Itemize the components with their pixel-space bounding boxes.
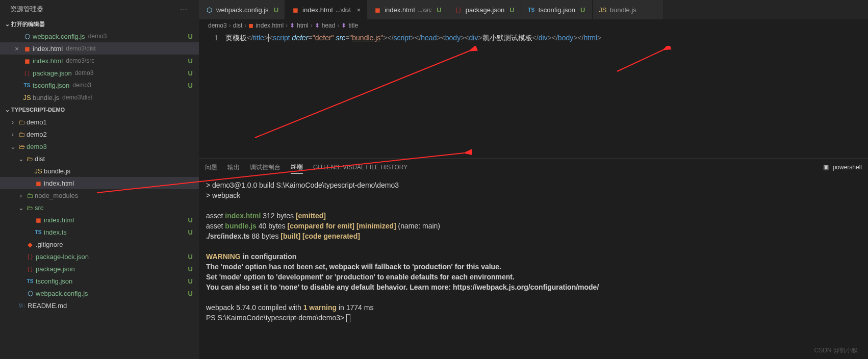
terminal-tab[interactable]: 问题 bbox=[205, 161, 217, 174]
folder-icon: 🗁 bbox=[16, 143, 27, 150]
chevron-right-icon: › bbox=[337, 22, 339, 29]
chevron-down-icon: ⌄ bbox=[3, 21, 11, 28]
file-name: README.md bbox=[28, 302, 67, 310]
open-editor-item[interactable]: ×◼index.htmldemo3\dist bbox=[0, 42, 199, 55]
terminal-tab[interactable]: GITLENS: VISUAL FILE HISTORY bbox=[313, 162, 407, 173]
file-row[interactable]: { }package.jsonU bbox=[0, 263, 199, 275]
folder-icon: 🗀 bbox=[16, 131, 27, 138]
folder-row[interactable]: ⌄🗁dist bbox=[0, 152, 199, 165]
folder-icon: 🗀 bbox=[16, 118, 27, 126]
tab-name: tsconfig.json bbox=[539, 6, 575, 14]
file-name: index.ts bbox=[44, 228, 67, 236]
project-label: TYPESCRIPT-DEMO bbox=[11, 107, 65, 113]
file-row[interactable]: TSindex.tsU bbox=[0, 226, 199, 238]
sidebar-title: 资源管理器 bbox=[10, 5, 43, 14]
editor-tab[interactable]: ◼index.html...\srcU bbox=[367, 0, 448, 19]
file-name: webpack.config.js bbox=[36, 290, 88, 297]
terminal-tab[interactable]: 输出 bbox=[227, 161, 240, 174]
folder-row[interactable]: ⌄🗁demo3 bbox=[0, 140, 199, 152]
file-path: demo3\src bbox=[66, 57, 94, 64]
open-editor-item[interactable]: { }package.jsondemo3U bbox=[0, 67, 199, 79]
open-editor-item[interactable]: TStsconfig.jsondemo3U bbox=[0, 79, 199, 91]
chevron-right-icon: › bbox=[9, 131, 16, 138]
folder-name: demo1 bbox=[27, 118, 47, 126]
folder-icon: 🗁 bbox=[24, 204, 35, 212]
chevron-down-icon: ⌄ bbox=[9, 143, 16, 150]
file-row[interactable]: ⬡webpack.config.jsU bbox=[0, 287, 199, 299]
editor-tab[interactable]: ⬡webpack.config.jsU bbox=[199, 0, 285, 19]
main-area: ⬡webpack.config.jsU◼index.html...\dist×◼… bbox=[199, 0, 868, 359]
close-icon[interactable]: × bbox=[357, 6, 361, 14]
breadcrumb[interactable]: demo3 › dist ›◼ index.html ›⬍ html ›⬍ he… bbox=[199, 19, 868, 32]
open-editor-item[interactable]: ◼index.htmldemo3\srcU bbox=[0, 55, 199, 67]
more-icon[interactable]: ··· bbox=[180, 5, 189, 13]
file-icon: { } bbox=[24, 266, 36, 272]
file-row[interactable]: ◼index.htmlU bbox=[0, 214, 199, 226]
file-icon: ◼ bbox=[21, 57, 33, 65]
file-row[interactable]: M↓README.md bbox=[0, 299, 199, 312]
cube-icon: ⬍ bbox=[290, 22, 295, 29]
file-name: index.html bbox=[44, 179, 74, 187]
chevron-right-icon: › bbox=[244, 22, 246, 29]
project-header[interactable]: ⌄ TYPESCRIPT-DEMO bbox=[0, 104, 199, 116]
breadcrumb-item[interactable]: index.html bbox=[256, 22, 284, 29]
sidebar: 资源管理器 ··· ⌄ 打开的编辑器 ⬡webpack.config.jsdem… bbox=[0, 0, 199, 359]
git-status: U bbox=[188, 228, 193, 236]
close-icon[interactable]: × bbox=[12, 45, 21, 53]
folder-icon: 🗁 bbox=[24, 155, 35, 163]
file-icon: ◼ bbox=[33, 179, 44, 187]
breadcrumb-item[interactable]: html bbox=[297, 22, 309, 29]
chevron-down-icon: ⌄ bbox=[17, 204, 24, 212]
chevron-right-icon: › bbox=[17, 192, 24, 199]
file-name: index.html bbox=[33, 45, 63, 53]
terminal-tabs: 问题输出调试控制台终端GITLENS: VISUAL FILE HISTORY▣… bbox=[199, 159, 868, 176]
file-icon: ⬡ bbox=[205, 6, 213, 14]
file-tree: ›🗀demo1›🗀demo2⌄🗁demo3⌄🗁distJSbundle.js◼i… bbox=[0, 116, 199, 312]
editor[interactable]: 1 页模板</title><script defer="defer" src="… bbox=[199, 32, 868, 158]
file-name: bundle.js bbox=[33, 94, 59, 101]
terminal-tab[interactable]: 终端 bbox=[291, 161, 303, 174]
folder-row[interactable]: ›🗀node_modules bbox=[0, 189, 199, 201]
powershell-icon: ▣ bbox=[823, 164, 829, 171]
editor-tab[interactable]: { }package.jsonU bbox=[448, 0, 521, 19]
file-row[interactable]: JSbundle.js bbox=[0, 165, 199, 177]
file-icon: TS bbox=[527, 7, 535, 13]
git-status: U bbox=[580, 6, 585, 14]
cursor bbox=[346, 314, 350, 322]
shell-selector[interactable]: ▣ powershell bbox=[823, 164, 862, 171]
breadcrumb-item[interactable]: demo3 bbox=[208, 22, 227, 29]
git-status: U bbox=[437, 6, 441, 14]
editor-tab[interactable]: ◼index.html...\dist× bbox=[285, 0, 367, 19]
folder-row[interactable]: ›🗀demo2 bbox=[0, 128, 199, 140]
terminal-body[interactable]: > demo3@1.0.0 build S:\KaimoCode\typescr… bbox=[199, 176, 868, 359]
tab-name: webpack.config.js bbox=[216, 6, 269, 14]
editor-tab[interactable]: TStsconfig.jsonU bbox=[521, 0, 593, 19]
file-row[interactable]: ◆.gitignore bbox=[0, 238, 199, 250]
chevron-right-icon: › bbox=[311, 22, 313, 29]
folder-name: src bbox=[35, 204, 43, 212]
shell-name: powershell bbox=[833, 164, 862, 171]
file-row[interactable]: { }package-lock.jsonU bbox=[0, 250, 199, 263]
terminal-tab[interactable]: 调试控制台 bbox=[250, 161, 280, 174]
git-status: U bbox=[274, 6, 278, 14]
open-editors-header[interactable]: ⌄ 打开的编辑器 bbox=[0, 18, 199, 30]
chevron-down-icon: ⌄ bbox=[3, 107, 11, 113]
file-name: tsconfig.json bbox=[33, 82, 69, 89]
editor-tab[interactable]: JSbundle.js bbox=[593, 0, 664, 19]
file-path: demo3 bbox=[88, 33, 107, 40]
breadcrumb-item[interactable]: title bbox=[348, 22, 358, 29]
file-name: bundle.js bbox=[44, 167, 70, 175]
file-icon: JS bbox=[599, 6, 607, 14]
git-status: U bbox=[188, 290, 193, 297]
file-row[interactable]: ◼index.html bbox=[0, 177, 199, 189]
file-row[interactable]: TStsconfig.jsonU bbox=[0, 275, 199, 287]
file-icon: { } bbox=[24, 253, 36, 260]
breadcrumb-item[interactable]: head bbox=[322, 22, 336, 29]
code-line[interactable]: 页模板</title><script defer="defer" src="bu… bbox=[225, 32, 601, 158]
folder-row[interactable]: ⌄🗁src bbox=[0, 201, 199, 214]
file-path: demo3 bbox=[72, 82, 91, 89]
open-editor-item[interactable]: ⬡webpack.config.jsdemo3U bbox=[0, 30, 199, 42]
folder-row[interactable]: ›🗀demo1 bbox=[0, 116, 199, 128]
breadcrumb-item[interactable]: dist bbox=[233, 22, 243, 29]
open-editor-item[interactable]: JSbundle.jsdemo3\dist bbox=[0, 91, 199, 104]
